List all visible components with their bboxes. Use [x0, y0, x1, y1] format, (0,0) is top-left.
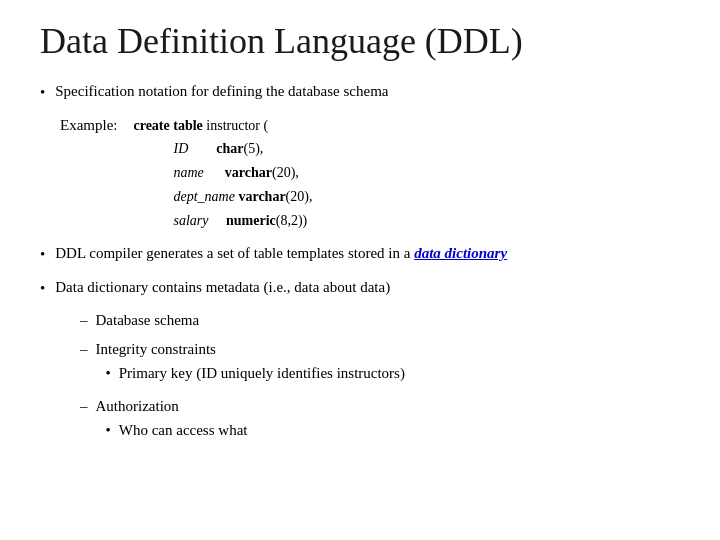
sub-bullet-2-0: • Who can access what [106, 419, 248, 442]
type-salary: numeric(8,2)) [226, 213, 307, 228]
dash-item-1-content: Integrity constraints • Primary key (ID … [96, 338, 405, 389]
dash-item-2: – Authorization • Who can access what [80, 395, 680, 446]
sub-bullet-1-0: • Primary key (ID uniquely identifies in… [106, 362, 405, 385]
col-salary: salary [173, 213, 208, 228]
sub-text-1-0: Primary key (ID uniquely identifies inst… [119, 362, 405, 385]
example-label: Example: [60, 114, 117, 137]
col-id: ID [173, 141, 188, 156]
sub-dot-1-0: • [106, 362, 111, 385]
bullet-dot-3: • [40, 277, 45, 300]
code-rows: ID char(5), name varchar(20), dept_name … [173, 137, 312, 232]
dash-sym-1: – [80, 338, 88, 361]
bullet-item-1: • Specification notation for defining th… [40, 80, 680, 104]
type-name: varchar(20), [225, 165, 299, 180]
dash-item-2-content: Authorization • Who can access what [96, 395, 248, 446]
code-row-2: dept_name varchar(20), [173, 185, 312, 209]
bullet-text-3: Data dictionary contains metadata (i.e.,… [55, 276, 390, 299]
dash-sym-2: – [80, 395, 88, 418]
bullet-text-1: Specification notation for defining the … [55, 80, 388, 103]
code-block: create table instructor ( ID char(5), na… [133, 114, 312, 233]
type-dept: varchar(20), [238, 189, 312, 204]
bullet-item-3: • Data dictionary contains metadata (i.e… [40, 276, 680, 300]
bullet-item-2: • DDL compiler generates a set of table … [40, 242, 680, 266]
bullet-dot-1: • [40, 81, 45, 104]
dash-label-0: Database schema [96, 309, 200, 332]
dash-item-0: – Database schema [80, 309, 680, 332]
code-row-3: salary numeric(8,2)) [173, 209, 312, 233]
dash-list: – Database schema – Integrity constraint… [40, 309, 680, 446]
sub-text-2-0: Who can access what [119, 419, 248, 442]
code-line-1: create table instructor ( [133, 114, 312, 138]
code-line-1-rest: instructor ( [203, 118, 268, 133]
sub-dot-2-0: • [106, 419, 111, 442]
page-title: Data Definition Language (DDL) [40, 20, 680, 62]
example-block: Example: create table instructor ( ID ch… [60, 114, 680, 233]
type-id: char(5), [216, 141, 263, 156]
dash-label-1: Integrity constraints [96, 341, 216, 357]
dash-sym-0: – [80, 309, 88, 332]
bullet-text-2-before: DDL compiler generates a set of table te… [55, 245, 414, 261]
col-dept: dept_name [173, 189, 234, 204]
dash-item-1: – Integrity constraints • Primary key (I… [80, 338, 680, 389]
dash-label-2: Authorization [96, 398, 179, 414]
code-row-1: name varchar(20), [173, 161, 312, 185]
create-keyword: create table [133, 118, 202, 133]
data-dictionary-link: data dictionary [414, 245, 507, 261]
code-row-0: ID char(5), [173, 137, 312, 161]
col-name: name [173, 165, 203, 180]
bullet-dot-2: • [40, 243, 45, 266]
bullet-text-2: DDL compiler generates a set of table te… [55, 242, 507, 265]
